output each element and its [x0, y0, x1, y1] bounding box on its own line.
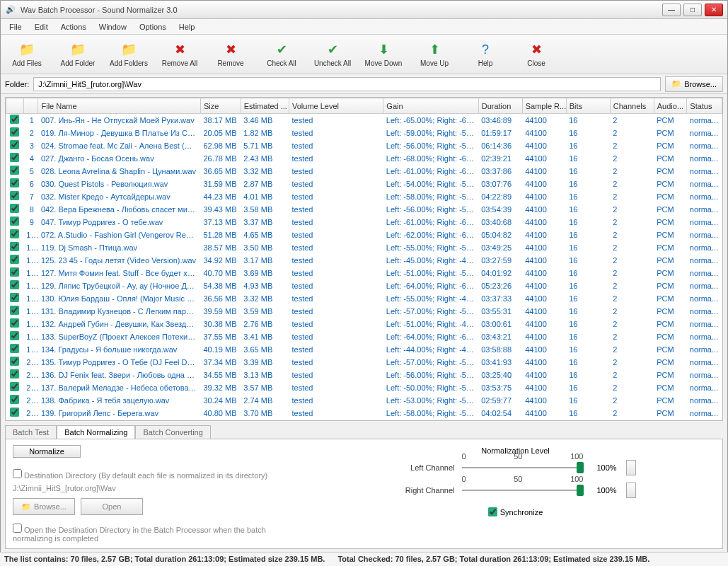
col-7[interactable]: Duration [478, 98, 522, 114]
row-checkbox[interactable] [10, 229, 19, 238]
file-grid[interactable]: File NameSizeEstimated ...Volume LevelGa… [5, 97, 723, 421]
toolbar-check-all[interactable]: ✔Check All [261, 37, 302, 72]
row-checkbox[interactable] [10, 242, 19, 251]
col-6[interactable]: Gain [383, 98, 478, 114]
synchronize-checkbox[interactable] [488, 507, 497, 516]
maximize-button[interactable]: □ [683, 4, 702, 16]
table-row[interactable]: 10072. A.Studio - Fashion Girl (Vengerov… [6, 229, 722, 241]
toolbar-uncheck-all[interactable]: ✔Uncheck All [312, 37, 353, 72]
table-row[interactable]: 1007. Инь-Ян - Не Отпускай Моей Руки.wav… [6, 114, 722, 127]
folder-path[interactable]: J:\Zimnii_HitS_[rutor.org]\Wav [33, 77, 661, 91]
table-row[interactable]: 24139. Григорий Лепс - Берега.wav40.80 M… [6, 407, 722, 420]
row-checkbox[interactable] [10, 331, 19, 340]
toolbar-add-folders[interactable]: 📁Add Folders [108, 37, 149, 72]
table-row[interactable]: 2019. Ля-Минор - Девушка В Платье Из Сит… [6, 127, 722, 139]
row-checkbox[interactable] [10, 216, 19, 226]
panel-browse-button[interactable]: 📁 Browse... [13, 498, 75, 515]
row-checkbox[interactable] [10, 357, 19, 366]
row-checkbox[interactable] [10, 408, 19, 417]
col-5[interactable]: Volume Level [289, 98, 383, 114]
col-12[interactable]: Status [687, 98, 722, 114]
col-11[interactable]: Audio... [654, 98, 687, 114]
toolbar-add-files[interactable]: 📁Add Files [6, 37, 47, 72]
table-row[interactable]: 6030. Quest Pistols - Революция.wav31.59… [6, 178, 722, 190]
browse-button[interactable]: 📁 Browse... [665, 76, 723, 92]
row-checkbox[interactable] [10, 318, 19, 328]
table-row[interactable]: 13127. Митя Фомин feat. Stuff - Все буде… [6, 267, 722, 279]
close-button[interactable]: ✕ [705, 4, 723, 16]
table-row[interactable]: 16131. Владимир Кузнецов - С Легким паро… [6, 305, 722, 318]
col-3[interactable]: Size [200, 98, 241, 114]
table-row[interactable]: 11119. Dj Smash - Птица.wav38.57 MB3.50 … [6, 241, 722, 254]
table-row[interactable]: 22137. Валерий Меладзе - Небеса обетован… [6, 381, 722, 394]
toolbar-remove[interactable]: ✖Remove [210, 37, 251, 72]
row-checkbox[interactable] [10, 178, 19, 187]
row-checkbox[interactable] [10, 344, 19, 353]
table-row[interactable]: 3024. Stromae feat. Mc Zali - Алена Best… [6, 139, 722, 152]
row-checkbox[interactable] [10, 204, 19, 213]
table-row[interactable]: 21136. DJ Fenix feat. Звери - Любовь одн… [6, 369, 722, 381]
col-0[interactable] [6, 98, 24, 114]
menu-window[interactable]: Window [93, 21, 132, 33]
table-row[interactable]: 17132. Андрей Губин - Девушки, Как Звезд… [6, 318, 722, 330]
row-checkbox[interactable] [10, 306, 19, 315]
row-checkbox[interactable] [10, 255, 19, 264]
right-spinner[interactable] [626, 483, 636, 498]
toolbar-add-folder[interactable]: 📁Add Folder [57, 37, 98, 72]
table-row[interactable]: 8042. Вера Брежнева - Любовь спасет мир … [6, 203, 722, 216]
col-1[interactable] [23, 98, 38, 114]
panel-open-button[interactable]: Open [81, 498, 143, 515]
col-4[interactable]: Estimated ... [241, 98, 289, 114]
col-8[interactable]: Sample R... [522, 98, 566, 114]
row-checkbox[interactable] [10, 166, 19, 175]
menu-actions[interactable]: Actions [55, 21, 92, 33]
row-checkbox[interactable] [10, 127, 19, 137]
row-checkbox[interactable] [10, 395, 19, 404]
toolbar-move-down[interactable]: ⬇Move Down [363, 37, 404, 72]
normalize-button[interactable]: Normalize [13, 445, 81, 458]
move-up-icon: ⬆ [426, 41, 443, 58]
row-checkbox[interactable] [10, 420, 19, 421]
col-10[interactable]: Channels [610, 98, 654, 114]
col-2[interactable]: File Name [38, 98, 200, 114]
open-after-checkbox[interactable] [13, 524, 22, 533]
table-row[interactable]: 4027. Джанго - Босая Осень.wav26.78 MB2.… [6, 152, 722, 165]
menu-edit[interactable]: Edit [29, 21, 54, 33]
toolbar-help[interactable]: ?Help [465, 37, 506, 72]
row-checkbox[interactable] [10, 369, 19, 379]
table-row[interactable]: 23138. Фабрика - Я тебя зацелую.wav30.24… [6, 394, 722, 407]
tab-batch-test[interactable]: Batch Test [5, 425, 57, 439]
menu-file[interactable]: File [4, 21, 28, 33]
left-channel-slider[interactable]: 050100 [462, 461, 584, 475]
row-checkbox[interactable] [10, 115, 19, 124]
toolbar-move-up[interactable]: ⬆Move Up [414, 37, 455, 72]
row-checkbox[interactable] [10, 153, 19, 162]
row-checkbox[interactable] [10, 382, 19, 391]
toolbar-close[interactable]: ✖Close [516, 37, 557, 72]
row-checkbox[interactable] [10, 280, 19, 289]
left-spinner[interactable] [626, 460, 636, 475]
table-row[interactable]: 18133. SuperBoyZ (Проект Алексея Потехин… [6, 330, 722, 343]
table-row[interactable]: 12125. 23 45 - Годы летят (Video Version… [6, 254, 722, 267]
right-channel-slider[interactable]: 050100 [462, 483, 584, 497]
table-row[interactable]: 19134. Градусы - Я больше никогда.wav40.… [6, 343, 722, 356]
table-row[interactable]: 20135. Тимур Родригез - О Тебе (DJ Feel … [6, 356, 722, 369]
row-checkbox[interactable] [10, 293, 19, 302]
table-row[interactable]: 5028. Leona Avrelina & Shaplin - Цунами.… [6, 165, 722, 178]
menu-options[interactable]: Options [134, 21, 172, 33]
row-checkbox[interactable] [10, 140, 19, 149]
col-9[interactable]: Bits [566, 98, 610, 114]
row-checkbox[interactable] [10, 191, 19, 200]
toolbar-remove-all[interactable]: ✖Remove All [159, 37, 200, 72]
minimize-button[interactable]: — [662, 4, 681, 16]
table-row[interactable]: 25140. Вал и Санина - Волни.wav32.34 MB2… [6, 420, 722, 422]
dest-dir-checkbox[interactable] [13, 469, 22, 478]
row-checkbox[interactable] [10, 267, 19, 277]
table-row[interactable]: 9047. Тимур Родригез - О тебе.wav37.13 M… [6, 216, 722, 229]
table-row[interactable]: 14129. Ляпис Трубецкой - Ау, ау (Ночное … [6, 279, 722, 292]
menu-help[interactable]: Help [173, 21, 201, 33]
tab-batch-normalizing[interactable]: Batch Normalizing [57, 425, 135, 439]
table-row[interactable]: 15130. Юлия Бардаш - Опля! (Major Music … [6, 292, 722, 305]
table-row[interactable]: 7032. Mister Кредо - Аутсайдеры.wav44.23… [6, 190, 722, 203]
tab-batch-converting[interactable]: Batch Converting [135, 425, 210, 439]
